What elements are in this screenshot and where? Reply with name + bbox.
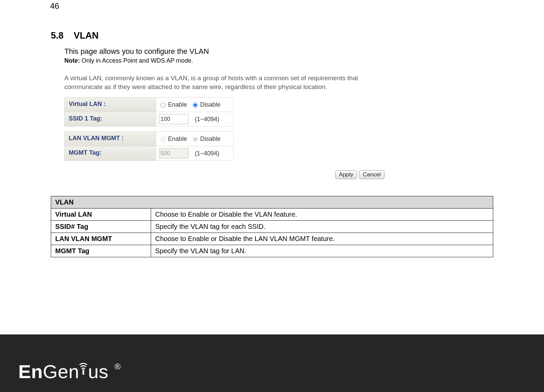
label-ssid1-tag: SSID 1 Tag:: [65, 112, 156, 126]
section-title: VLAN: [74, 30, 99, 41]
logo-part-c: us: [88, 361, 108, 382]
value-virtual-lan: Enable Disable: [156, 97, 233, 112]
wifi-icon: [79, 357, 88, 379]
engenius-logo: EnGen us ®: [18, 357, 121, 383]
vlan-reference-table: VLAN Virtual LAN Choose to Enable or Dis…: [51, 196, 493, 257]
ref-desc: Specify the VLAN tag for LAN.: [151, 245, 493, 257]
mgmt-tag-input[interactable]: [159, 148, 189, 158]
table-row: LAN VLAN MGMT Choose to Enable or Disabl…: [51, 233, 493, 245]
ssid1-tag-input[interactable]: [159, 114, 189, 124]
apply-button[interactable]: Apply: [335, 170, 357, 179]
note-body: Only in Access Point and WDS AP mode.: [80, 57, 193, 64]
row-mgmt-tag: MGMT Tag: (1~4094): [64, 146, 234, 161]
logo-part-b: Gen: [43, 361, 79, 382]
value-lan-vlan-mgmt: Enable Disable: [156, 132, 233, 146]
vlan-disable-option[interactable]: Disable: [191, 101, 221, 108]
page: 46 5.8VLAN This page allows you to confi…: [0, 0, 544, 392]
table-row: Virtual LAN Choose to Enable or Disable …: [51, 209, 493, 221]
lanmgmt-disable-radio[interactable]: [193, 137, 198, 142]
vlan-disable-radio[interactable]: [193, 103, 198, 108]
lanmgmt-enable-radio[interactable]: [161, 137, 166, 142]
row-virtual-lan: Virtual LAN : Enable Disable: [64, 97, 234, 112]
logo-registered: ®: [114, 362, 121, 371]
section-heading: 5.8VLAN: [51, 30, 493, 41]
label-mgmt-tag: MGMT Tag:: [65, 146, 156, 160]
intro-text: This page allows you to configure the VL…: [64, 47, 493, 56]
table-row: SSID# Tag Specify the VLAN tag for each …: [51, 221, 493, 233]
label-virtual-lan: Virtual LAN :: [65, 97, 156, 112]
row-lan-vlan-mgmt: LAN VLAN MGMT : Enable Disable: [64, 131, 234, 146]
logo-part-a: En: [18, 361, 43, 382]
lanmgmt-enable-label: Enable: [168, 135, 187, 143]
lanmgmt-disable-option[interactable]: Disable: [191, 135, 221, 143]
ref-desc: Specify the VLAN tag for each SSID.: [151, 221, 493, 233]
svg-rect-0: [82, 369, 84, 375]
mgmt-range: (1~4094): [195, 150, 219, 157]
lanmgmt-enable-option[interactable]: Enable: [159, 135, 187, 143]
footer-band: EnGen us ®: [0, 334, 544, 392]
value-mgmt-tag: (1~4094): [156, 146, 233, 160]
vlan-description: A virtual LAN, commonly known as a VLAN,…: [64, 74, 384, 91]
label-lan-vlan-mgmt: LAN VLAN MGMT :: [65, 132, 156, 146]
ref-desc: Choose to Enable or Disable the VLAN fea…: [151, 209, 493, 221]
ssid1-range: (1~4094): [195, 116, 219, 123]
ref-term: SSID# Tag: [51, 221, 151, 233]
cancel-button[interactable]: Cancel: [359, 170, 384, 179]
ref-term: MGMT Tag: [51, 245, 151, 257]
page-number: 46: [50, 1, 59, 11]
section-number: 5.8: [51, 30, 64, 41]
lanmgmt-disable-label: Disable: [200, 135, 221, 143]
table-row: MGMT Tag Specify the VLAN tag for LAN.: [51, 245, 493, 257]
vlan-form: Virtual LAN : Enable Disable SSID 1 Tag: [64, 97, 234, 161]
button-bar: Apply Cancel: [64, 170, 384, 179]
vlan-disable-label: Disable: [200, 101, 221, 108]
ref-term: Virtual LAN: [51, 209, 151, 221]
vlan-enable-option[interactable]: Enable: [159, 101, 187, 108]
ref-desc: Choose to Enable or Disable the LAN VLAN…: [151, 233, 493, 245]
vlan-enable-radio[interactable]: [161, 103, 166, 108]
content: 5.8VLAN This page allows you to configur…: [0, 0, 544, 257]
note-text: Note: Only in Access Point and WDS AP mo…: [64, 57, 493, 64]
row-ssid1-tag: SSID 1 Tag: (1~4094): [64, 112, 234, 127]
ref-header: VLAN: [51, 196, 493, 209]
note-label: Note:: [64, 57, 80, 64]
vlan-enable-label: Enable: [168, 101, 187, 108]
vlan-screenshot: A virtual LAN, commonly known as a VLAN,…: [64, 74, 384, 179]
ref-term: LAN VLAN MGMT: [51, 233, 151, 245]
value-ssid1-tag: (1~4094): [156, 112, 233, 126]
